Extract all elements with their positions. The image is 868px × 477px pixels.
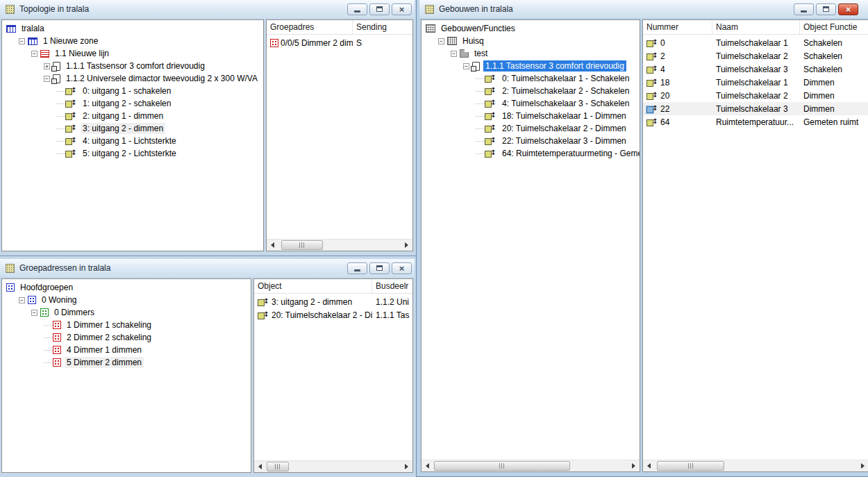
tree-item[interactable]: −1.1 Nieuwe lijn (2, 47, 263, 60)
arrow-left-icon (426, 463, 429, 469)
tree-item[interactable]: 2 Dimmer 2 schakeling (2, 331, 251, 344)
titlebar-gebouwen[interactable]: Gebouwen in tralala × (419, 0, 868, 18)
collapse-icon[interactable]: − (451, 51, 457, 57)
scroll-left-button[interactable] (643, 460, 655, 471)
scroll-left-button[interactable] (267, 240, 278, 251)
scrollbar-thumb[interactable] (281, 240, 323, 250)
titlebar-groepadressen[interactable]: Groepadressen in tralala × (0, 259, 415, 277)
collapse-icon[interactable]: − (31, 310, 37, 316)
tree-item[interactable]: tralala (2, 22, 263, 35)
tree-item[interactable]: 2: uitgang 1 - dimmen (2, 110, 263, 122)
tree-item[interactable]: 4: uitgang 1 - Lichtsterkte (2, 135, 263, 147)
table-cell: Tuimelschakelaar 2 (712, 91, 800, 101)
tree-item[interactable]: 18: Tuimelschakelaar 1 - Dimmen (422, 110, 640, 122)
column-header[interactable]: Groepadres (267, 20, 353, 34)
column-header[interactable]: Naam (712, 20, 800, 34)
column-header[interactable]: Nummer (643, 20, 712, 34)
tree-item[interactable]: Gebouwen/Functies (422, 22, 640, 35)
restore-button[interactable] (816, 3, 836, 15)
tree-item[interactable]: 1: uitgang 2 - schakelen (2, 97, 263, 110)
collapse-icon[interactable]: − (19, 38, 25, 44)
tree-item[interactable]: −0 Woning (2, 294, 251, 306)
table-row[interactable]: 0/0/5 Dimmer 2 dimmenS (267, 36, 412, 49)
collapse-icon[interactable]: − (44, 76, 50, 82)
close-button[interactable]: × (392, 3, 412, 15)
tree-item[interactable]: 64: Ruimtetemperatuurmeting - Gemet (422, 147, 640, 160)
tree-item[interactable]: −1 Nieuwe zone (2, 35, 263, 47)
scroll-left-button[interactable] (422, 460, 433, 471)
tree-item[interactable]: 3: uitgang 2 - dimmen (2, 122, 263, 135)
column-header[interactable]: Object (254, 279, 372, 293)
horizontal-scrollbar[interactable] (643, 460, 868, 471)
collapse-icon[interactable]: − (19, 297, 25, 303)
list-body: 3: uitgang 2 - dimmen1.1.2 Uni20: Tuimel… (254, 294, 412, 460)
window-groepadressen: Groepadressen in tralala × Hoofdgroepen−… (0, 256, 417, 477)
tree-item-label: Hoofdgroepen (18, 282, 75, 293)
tree-item[interactable]: 0: uitgang 1 - schakelen (2, 85, 263, 97)
tree-item[interactable]: +1.1.1 Tastsensor 3 comfort drievoudig (2, 60, 263, 72)
scroll-right-button[interactable] (628, 460, 640, 471)
tree-item[interactable]: −1.1.1 Tastsensor 3 comfort drievoudig (422, 60, 640, 72)
minimize-button[interactable] (794, 3, 814, 15)
minimize-button[interactable] (347, 262, 367, 274)
table-row[interactable]: 4Tuimelschakelaar 3Schakelen (643, 62, 868, 76)
table-row[interactable]: 64Ruimtetemperatuur...Gemeten ruimt (643, 115, 868, 128)
table-row[interactable]: 18Tuimelschakelaar 1Dimmen (643, 76, 868, 89)
tree-item[interactable]: −Huisq (422, 35, 640, 47)
close-button[interactable]: × (392, 262, 412, 274)
minimize-button[interactable] (347, 3, 367, 15)
horizontal-scrollbar[interactable] (254, 460, 412, 472)
column-header[interactable]: Object Functie (800, 20, 868, 34)
expand-icon[interactable]: + (44, 63, 50, 69)
table-row[interactable]: 0Tuimelschakelaar 1Schakelen (643, 36, 868, 49)
tree-item[interactable]: 4 Dimmer 1 dimmen (2, 344, 251, 356)
tree-item[interactable]: 1 Dimmer 1 schakeling (2, 319, 251, 331)
table-row[interactable]: 20: Tuimelschakelaar 2 - Di...1.1.1 Tas (254, 308, 412, 321)
column-header[interactable]: Sending (353, 20, 412, 34)
scrollbar-track[interactable] (278, 240, 401, 251)
tree-item[interactable]: 0: Tuimelschakelaar 1 - Schakelen (422, 72, 640, 85)
scrollbar-track[interactable] (266, 461, 401, 472)
tree-item[interactable]: 20: Tuimelschakelaar 2 - Dimmen (422, 122, 640, 135)
scrollbar-track[interactable] (655, 460, 857, 471)
tree-indent (2, 60, 44, 72)
tree-indent (422, 47, 451, 60)
titlebar-topologie[interactable]: Topologie in tralala × (0, 0, 415, 18)
tree-item[interactable]: Hoofdgroepen (2, 281, 251, 294)
column-header[interactable]: Busdeelr (372, 279, 412, 293)
table-row[interactable]: 2Tuimelschakelaar 2Schakelen (643, 49, 868, 62)
scroll-right-button[interactable] (401, 461, 412, 472)
scrollbar-track[interactable] (433, 460, 628, 471)
horizontal-scrollbar[interactable] (422, 460, 640, 471)
table-row[interactable]: 3: uitgang 2 - dimmen1.1.2 Uni (254, 295, 412, 308)
tree-item[interactable]: −0 Dimmers (2, 306, 251, 319)
ga-red-icon (53, 333, 61, 342)
tree-item[interactable]: 2: Tuimelschakelaar 2 - Schakelen (422, 85, 640, 97)
scrollbar-thumb[interactable] (434, 461, 570, 471)
tree-item-label: 20: Tuimelschakelaar 2 - Dimmen (500, 123, 628, 134)
collapse-icon[interactable]: − (463, 63, 469, 69)
tree-item[interactable]: 5 Dimmer 2 dimmen (2, 356, 251, 369)
scrollbar-thumb[interactable] (657, 461, 724, 471)
tree-item[interactable]: −test (422, 47, 640, 60)
close-button[interactable]: × (838, 3, 858, 15)
horizontal-scrollbar[interactable] (267, 239, 412, 251)
restore-button[interactable] (369, 262, 390, 274)
tree-item[interactable]: 4: Tuimelschakelaar 3 - Schakelen (422, 97, 640, 110)
scroll-left-button[interactable] (254, 461, 266, 472)
tree-indent (422, 135, 476, 147)
table-row[interactable]: 20Tuimelschakelaar 2Dimmen (643, 89, 868, 102)
restore-button[interactable] (369, 3, 390, 15)
scroll-right-button[interactable] (857, 460, 868, 471)
scrollbar-thumb[interactable] (267, 462, 289, 471)
tree-connector (56, 153, 65, 154)
collapse-icon[interactable]: − (31, 51, 37, 57)
ga-green-icon (40, 308, 49, 317)
collapse-icon[interactable]: − (438, 38, 444, 44)
table-row[interactable]: 22Tuimelschakelaar 3Dimmen (643, 102, 868, 115)
scroll-right-button[interactable] (401, 240, 412, 251)
tree-connector (56, 141, 65, 142)
tree-item[interactable]: −1.1.2 Universele dimactor tweevoudig 2 … (2, 72, 263, 85)
tree-item[interactable]: 22: Tuimelschakelaar 3 - Dimmen (422, 135, 640, 147)
tree-item[interactable]: 5: uitgang 2 - Lichtsterkte (2, 147, 263, 160)
